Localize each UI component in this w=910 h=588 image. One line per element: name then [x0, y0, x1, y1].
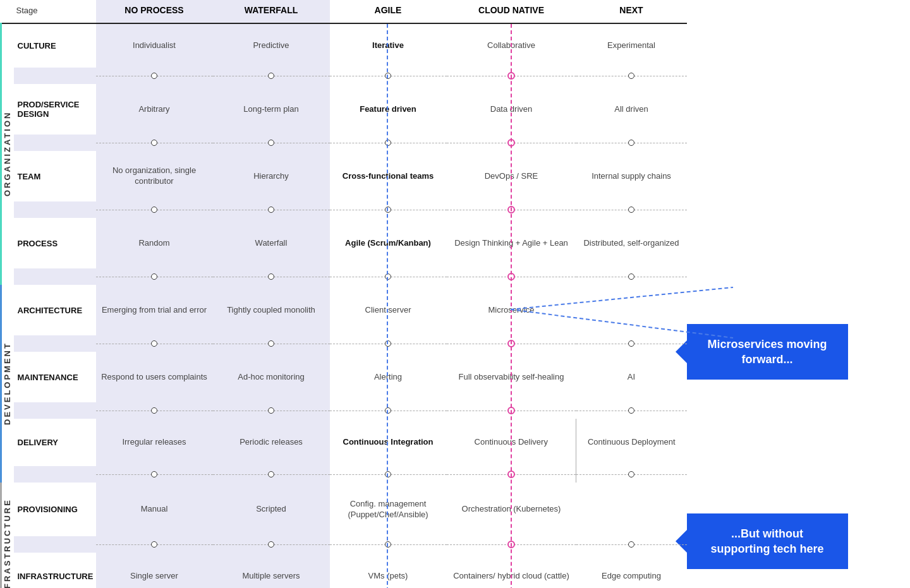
dot-circle — [151, 340, 157, 347]
cell-infra-agile: VMs (pets) — [330, 553, 447, 588]
dot-np-arch — [96, 335, 213, 352]
dot-container — [576, 467, 687, 481]
dot-circle — [268, 471, 274, 477]
dot-np-prod — [96, 135, 213, 151]
dot-container — [447, 203, 576, 217]
dot-container — [447, 270, 576, 284]
dot-circle — [151, 207, 157, 213]
dot-container — [213, 136, 330, 150]
cell-team-cloud: DevOps / SRE — [447, 151, 576, 201]
dot-row-prod — [1, 135, 909, 151]
th-callout-empty — [687, 0, 848, 23]
dot-circle — [151, 140, 157, 146]
dot-label-maint — [14, 402, 96, 419]
dot-circle-pink — [507, 206, 515, 213]
cell-maint-agile: Alerting — [330, 352, 447, 402]
label-delivery: DELIVERY — [14, 419, 96, 466]
label-provisioning: PROVISIONING — [14, 483, 96, 536]
dot-container — [213, 270, 330, 284]
dot-callout-delivery — [687, 466, 848, 483]
callout-cell-prod — [687, 84, 848, 135]
dot-circle-pink — [507, 407, 515, 414]
callout-cell-process — [687, 218, 848, 268]
dot-circle — [385, 73, 391, 79]
dot-container — [96, 136, 213, 150]
dot-nx-maint — [576, 402, 687, 419]
dot-row-process — [1, 268, 909, 285]
dot-circle — [628, 471, 634, 477]
dot-ag-prov — [330, 536, 447, 553]
page-container: Stage NO PROCESS WATERFALL AGILE CLOUD N… — [0, 0, 910, 588]
dot-wf-arch — [213, 335, 330, 352]
dot-ag-team — [330, 201, 447, 218]
row-team: TEAM No organization, single contributor… — [1, 151, 909, 201]
cell-prov-agile: Config. management (Puppet/Chef/Ansible) — [330, 483, 447, 536]
label-process: PROCESS — [14, 218, 96, 268]
dot-callout-team — [687, 201, 848, 218]
dot-container — [447, 404, 576, 417]
cell-culture-next: Experimental — [576, 23, 687, 68]
dot-container — [576, 203, 687, 217]
dot-circle — [628, 273, 634, 280]
dot-container — [96, 537, 213, 551]
dot-callout-process — [687, 268, 848, 285]
dot-container — [96, 69, 213, 83]
dot-container — [96, 270, 213, 284]
th-stage: Stage — [14, 0, 96, 23]
dot-container — [330, 136, 447, 150]
dot-circle — [151, 407, 157, 414]
dot-callout-prod — [687, 135, 848, 151]
cell-prov-cloud: Orchestration (Kubernetes) — [447, 483, 576, 536]
dot-ag-arch — [330, 335, 447, 352]
label-culture: CULTURE — [14, 23, 96, 68]
dot-container — [330, 270, 447, 284]
th-agile: AGILE — [330, 0, 447, 23]
cell-maint-no-process: Respond to users complaints — [96, 352, 213, 402]
dot-container — [213, 337, 330, 351]
dot-circle — [268, 407, 274, 414]
matrix-table: Stage NO PROCESS WATERFALL AGILE CLOUD N… — [0, 0, 910, 588]
dot-container — [447, 467, 576, 481]
dot-circle — [628, 73, 634, 79]
dot-cell-culture-callout — [687, 68, 848, 84]
dot-circle — [268, 140, 274, 146]
dot-circle-pink — [507, 541, 515, 548]
dot-circle — [385, 407, 391, 414]
dot-cl-arch — [447, 335, 576, 352]
label-architecture: ARCHITECTURE — [14, 285, 96, 335]
dot-circle-pink — [507, 471, 515, 478]
th-waterfall: WATERFALL — [213, 0, 330, 23]
cell-team-next: Internal supply chains — [576, 151, 687, 201]
dot-circle — [628, 407, 634, 414]
dot-container — [330, 69, 447, 83]
cell-prod-cloud: Data driven — [447, 84, 576, 135]
dot-container — [576, 136, 687, 150]
dot-container — [213, 537, 330, 551]
dot-nx-team — [576, 201, 687, 218]
cell-arch-no-process: Emerging from trial and error — [96, 285, 213, 335]
dot-circle — [151, 471, 157, 477]
dot-container — [330, 537, 447, 551]
cell-arch-waterfall: Tightly coupled monolith — [213, 285, 330, 335]
dot-circle — [385, 140, 391, 146]
dot-circle — [385, 471, 391, 477]
dot-container — [576, 270, 687, 284]
dot-np-delivery — [96, 466, 213, 483]
dot-circle — [151, 73, 157, 79]
dot-np-process — [96, 268, 213, 285]
dot-row-team — [1, 201, 909, 218]
row-culture: ORGANIZATION CULTURE Individualist Predi… — [1, 23, 909, 68]
dot-wf-process — [213, 268, 330, 285]
row-delivery: DELIVERY Irregular releases Periodic rel… — [1, 419, 909, 466]
cell-process-cloud: Design Thinking + Agile + Lean — [447, 218, 576, 268]
dot-cl-delivery — [447, 466, 576, 483]
row-prod: PROD/SERVICE DESIGN Arbitrary Long-term … — [1, 84, 909, 135]
dot-circle-pink — [507, 273, 515, 280]
cell-process-no-process: Random — [96, 218, 213, 268]
dot-container — [96, 337, 213, 351]
dot-cl-team — [447, 201, 576, 218]
cell-arch-cloud: Microservice — [447, 285, 576, 335]
dot-container — [213, 203, 330, 217]
dot-wf-delivery — [213, 466, 330, 483]
dot-circle — [268, 340, 274, 347]
